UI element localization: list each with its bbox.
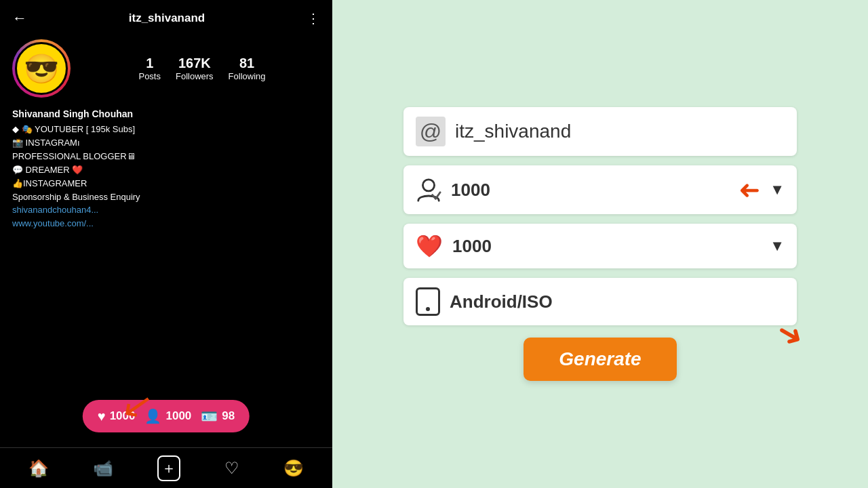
following-count: 81 (239, 56, 254, 71)
bio-line-6: Sponsorship & Business Enquiry (12, 191, 320, 204)
likes-dropdown[interactable]: ▼ (770, 237, 785, 255)
followers-count-row: 1000 ➜ ▼ (403, 165, 797, 214)
following-label: Following (229, 71, 266, 81)
posts-stat: 1 Posts (138, 56, 161, 81)
followers-stat[interactable]: 167K Followers (176, 56, 214, 81)
bio-line-3: PROFESSIONAL BLOGGER🖥 (12, 150, 320, 163)
notif-third-count: 98 (222, 409, 235, 423)
followers-count-value: 1000 (451, 180, 724, 201)
notif-likes-count: 1000 (110, 409, 136, 423)
id-card-icon: 🪪 (201, 408, 218, 424)
username-value[interactable]: itz_shivanand (455, 121, 785, 142)
followers-count: 167K (178, 56, 211, 71)
notif-followers-count: 1000 (165, 409, 191, 423)
following-stat[interactable]: 81 Following (229, 56, 266, 81)
bio-line-4: 💬 DREAMER ❤️ (12, 164, 320, 177)
notif-third: 🪪 98 (201, 408, 235, 424)
back-button[interactable]: ← (12, 9, 27, 27)
home-nav-icon[interactable]: 🏠 (28, 459, 49, 478)
svg-point-0 (422, 180, 434, 191)
instagram-panel: ← itz_shivanand ⋮ 😎 1 Posts 167K Followe… (0, 0, 332, 488)
followers-label: Followers (176, 71, 214, 81)
posts-count: 1 (146, 56, 153, 71)
bio-line-2: 📸 INSTAGRAMı (12, 137, 320, 150)
bio-line-1: ◆ 🎭 YOUTUBER [ 195k Subs] (12, 123, 320, 136)
followers-dropdown[interactable]: ▼ (770, 181, 785, 199)
phone-dot (426, 307, 430, 311)
bio-line-8[interactable]: www.youtube.com/... (12, 218, 320, 230)
notif-likes: ♥ 1000 (98, 409, 136, 424)
person-icon (416, 177, 441, 203)
likes-count-value: 1000 (452, 236, 760, 257)
avatar: 😎 (15, 42, 68, 95)
stats-row: 1 Posts 167K Followers 81 Following (84, 56, 320, 81)
platform-value[interactable]: Android/ISO (450, 291, 785, 312)
more-options-button[interactable]: ⋮ (307, 10, 320, 26)
generate-button[interactable]: Generate (524, 338, 676, 381)
tool-panel: @ itz_shivanand 1000 ➜ ▼ ❤️ 1000 ▼ Andro… (332, 0, 868, 488)
phone-icon (416, 287, 440, 316)
bio-line-5: 👍INSTAGRAMER (12, 178, 320, 190)
profile-nav-icon[interactable]: 😎 (283, 459, 304, 478)
bottom-nav: 🏠 📹 ＋ ♡ 😎 (0, 447, 332, 488)
platform-arrow: ➜ (770, 312, 811, 357)
profile-username: itz_shivanand (129, 12, 205, 25)
avatar-emoji: 😎 (24, 52, 59, 85)
followers-orange-arrow: ➜ (738, 175, 760, 205)
username-row: @ itz_shivanand (403, 107, 797, 156)
likes-count-row: ❤️ 1000 ▼ (403, 224, 797, 268)
profile-section: 😎 1 Posts 167K Followers 81 Following (0, 34, 332, 106)
person-icon: 👤 (144, 408, 161, 424)
at-symbol: @ (416, 117, 446, 146)
add-nav-icon[interactable]: ＋ (157, 455, 180, 481)
heart-nav-icon[interactable]: ♡ (224, 459, 239, 478)
platform-row: Android/ISO ➜ (403, 278, 797, 325)
notif-followers: 👤 1000 (144, 408, 191, 424)
bio-line-7[interactable]: shivanandchouhan4... (12, 204, 320, 217)
ig-header: ← itz_shivanand ⋮ (0, 0, 332, 34)
posts-label: Posts (138, 71, 161, 81)
reels-nav-icon[interactable]: 📹 (93, 459, 113, 478)
bio-name: Shivanand Singh Chouhan (12, 107, 320, 121)
heart-icon: ♥ (98, 409, 106, 424)
notification-bubble: ♥ 1000 👤 1000 🪪 98 (83, 400, 250, 432)
avatar-ring[interactable]: 😎 (12, 39, 71, 98)
bio-section: Shivanand Singh Chouhan ◆ 🎭 YOUTUBER [ 1… (0, 106, 332, 238)
heart-filled-icon: ❤️ (416, 233, 443, 259)
